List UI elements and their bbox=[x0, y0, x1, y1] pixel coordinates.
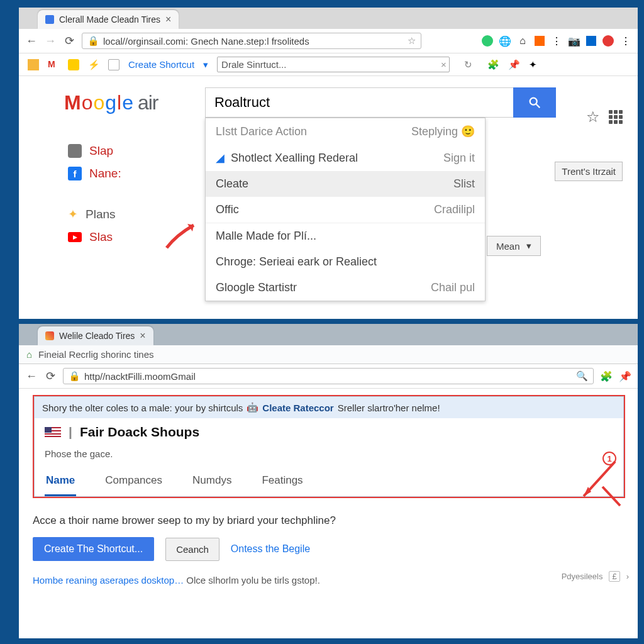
create-shortcut-button[interactable]: Create Shortcut bbox=[128, 59, 194, 70]
search-icon bbox=[528, 96, 541, 109]
suggestion-header: LIstt Darice Action Steplying 🙂 bbox=[206, 118, 485, 145]
address-bar[interactable]: 🔒 local//orginsail.comi: Gnech Nane.step… bbox=[82, 33, 421, 49]
bookmark-input[interactable] bbox=[217, 57, 450, 72]
tab-bar: Welile Cleado Tires × bbox=[19, 324, 638, 345]
suggestion-text: Offic bbox=[216, 203, 239, 216]
ext-mini-icon[interactable]: 🧩 bbox=[487, 59, 499, 70]
site-logo: Moogle air bbox=[64, 91, 190, 114]
suggestion-dropdown: LIstt Darice Action Steplying 🙂 ◢Shotlec… bbox=[205, 118, 486, 301]
extension-icons: 🌐 ⌂ ⋮ 📷 ⋮ bbox=[482, 35, 631, 47]
ceanch-button[interactable]: Ceanch bbox=[165, 538, 219, 561]
back-icon[interactable]: ← bbox=[25, 370, 38, 382]
search-input[interactable] bbox=[205, 87, 513, 118]
home-icon[interactable]: ⌂ bbox=[26, 349, 32, 360]
suggestion-text: Shotlect Xealling Rederal bbox=[231, 152, 358, 165]
search-box bbox=[205, 87, 556, 118]
reload-icon[interactable]: ⟳ bbox=[63, 35, 75, 47]
chevron-right-icon[interactable]: › bbox=[626, 572, 629, 581]
suggestion-row[interactable]: Offic Cradilipl bbox=[206, 197, 485, 223]
left-nav: Slap f Nane: ✦ Plans ▶ Slas bbox=[64, 114, 190, 248]
forward-icon[interactable]: → bbox=[44, 35, 57, 47]
infobar-text: Shory the olter coles to a male: your by… bbox=[42, 402, 243, 413]
ext-icon[interactable]: 🧩 bbox=[600, 370, 613, 382]
ext-mini-icon[interactable]: ✦ bbox=[529, 59, 537, 70]
nav-label: Plans bbox=[86, 208, 116, 221]
tab-title: Welile Cleado Tires bbox=[59, 331, 135, 341]
nav-toolbar: ← → ⟳ 🔒 local//orginsail.comi: Gnech Nan… bbox=[19, 29, 638, 53]
close-icon[interactable]: × bbox=[165, 14, 171, 25]
ext-icon[interactable]: 🌐 bbox=[499, 35, 511, 47]
nav-item-slas[interactable]: ▶ Slas bbox=[64, 226, 190, 248]
panel-subtitle: Phose the gace. bbox=[45, 448, 613, 459]
close-icon[interactable]: × bbox=[140, 330, 145, 341]
browser-window-top: Clerall Made Cleadn Tires × ← → ⟳ 🔒 loca… bbox=[19, 8, 638, 319]
ext-icon[interactable] bbox=[535, 36, 545, 46]
ext-icon[interactable]: ⋮ bbox=[551, 35, 562, 47]
nav-toolbar: ← ⟳ 🔒 http//nacktFilli.moomGmail 🔍 🧩 📌 bbox=[19, 364, 638, 389]
suggestion-row[interactable]: ◢Shotlect Xealling Rederal Sign it bbox=[206, 145, 485, 171]
info-bar: Shory the olter coles to a male: your by… bbox=[34, 396, 624, 418]
svg-line-1 bbox=[536, 104, 540, 108]
tip-rest: Olce slhorlm yolu be tirls gstop!. bbox=[186, 575, 320, 586]
callout-badge: 1 bbox=[602, 452, 616, 465]
footer-icon[interactable]: £ bbox=[609, 571, 619, 582]
chat-icon bbox=[68, 144, 82, 158]
chevron-down-icon: ▾ bbox=[526, 240, 531, 252]
footer-text: Pdyesileels bbox=[562, 572, 603, 581]
ext-icon[interactable]: 📌 bbox=[619, 370, 631, 382]
nav-item-nane[interactable]: f Nane: bbox=[64, 162, 190, 185]
panel-title: | Fair Doack Shoups bbox=[45, 425, 613, 440]
search-button[interactable] bbox=[513, 87, 556, 118]
bookmark-icon[interactable] bbox=[28, 59, 39, 70]
browser-tab[interactable]: Welile Cleado Tires × bbox=[38, 326, 153, 345]
gmail-icon[interactable]: M bbox=[48, 59, 59, 70]
suggestion-hint: Slist bbox=[453, 177, 475, 191]
dropdown-icon[interactable]: ▾ bbox=[203, 59, 208, 70]
reload-icon[interactable]: ⟳ bbox=[44, 370, 57, 382]
ext-icon[interactable] bbox=[482, 35, 493, 47]
bookmark-icon[interactable] bbox=[68, 59, 79, 70]
bookmark-icon[interactable]: ⚡ bbox=[88, 59, 99, 70]
ext-icon[interactable] bbox=[586, 36, 596, 46]
us-flag-icon bbox=[45, 427, 61, 437]
favorite-icon[interactable]: ☆ bbox=[586, 108, 600, 126]
search-in-page-icon[interactable]: 🔍 bbox=[576, 370, 588, 382]
ext-icon[interactable]: ⌂ bbox=[517, 35, 528, 47]
star-icon[interactable]: ☆ bbox=[408, 35, 416, 47]
url-text: local//orginsail.comi: Gnech Nane.step:l… bbox=[103, 36, 404, 47]
suggestion-row[interactable]: Gloogle Startistr Chail pul bbox=[206, 275, 485, 301]
ext-icon[interactable]: 📷 bbox=[569, 35, 580, 47]
trents-button[interactable]: Trent's Itrzait bbox=[555, 162, 623, 181]
mean-dropdown[interactable]: Mean ▾ bbox=[487, 236, 541, 256]
page-footer: Pdyesileels £ › bbox=[562, 571, 629, 582]
suggestion-row[interactable]: Chroge: Serieai eark or Realiect bbox=[206, 249, 485, 275]
address-bar[interactable]: 🔒 http//nacktFilli.moomGmail 🔍 bbox=[63, 368, 594, 384]
suggestion-row[interactable]: Malle Made for Plí... bbox=[206, 223, 485, 249]
menu-icon[interactable]: ⋮ bbox=[620, 35, 631, 47]
suggestion-row[interactable]: Cleate Slist bbox=[206, 171, 485, 197]
page-body: Shory the olter coles to a male: your by… bbox=[19, 389, 638, 586]
suggestion-text: Cleate bbox=[216, 177, 248, 191]
nav-item-slap[interactable]: Slap bbox=[64, 140, 190, 162]
panel: | Fair Doack Shoups Phose the gace. Name… bbox=[34, 418, 624, 497]
create-shortcut-button[interactable]: Create The Shortcut... bbox=[33, 537, 154, 561]
ontess-link[interactable]: Ontess the Begile bbox=[231, 543, 310, 555]
tab-favicon bbox=[45, 331, 54, 340]
browser-tab[interactable]: Clerall Made Cleadn Tires × bbox=[38, 10, 179, 29]
ext-icon[interactable] bbox=[602, 35, 614, 47]
ext-mini-icon[interactable]: 📌 bbox=[508, 59, 520, 70]
reset-icon[interactable]: ↻ bbox=[464, 59, 472, 70]
suggestion-text: Gloogle Startistr bbox=[216, 281, 297, 294]
tab-featings[interactable]: Featings bbox=[260, 470, 304, 496]
tab-name[interactable]: Name bbox=[45, 470, 76, 496]
secure-icon: 🔒 bbox=[87, 35, 99, 47]
tab-numdys[interactable]: Numdys bbox=[191, 470, 233, 496]
tab-favicon bbox=[45, 15, 54, 24]
back-icon[interactable]: ← bbox=[25, 35, 38, 47]
apps-icon[interactable] bbox=[609, 110, 623, 124]
question-text: Acce a thoir name brower seep to my by b… bbox=[33, 514, 625, 527]
clear-icon[interactable]: × bbox=[441, 59, 447, 70]
tab-compances[interactable]: Compances bbox=[104, 470, 164, 496]
nav-item-plans[interactable]: ✦ Plans bbox=[64, 203, 190, 226]
tip-link[interactable]: Hombe reaning aserapes dosktop… bbox=[33, 575, 184, 586]
